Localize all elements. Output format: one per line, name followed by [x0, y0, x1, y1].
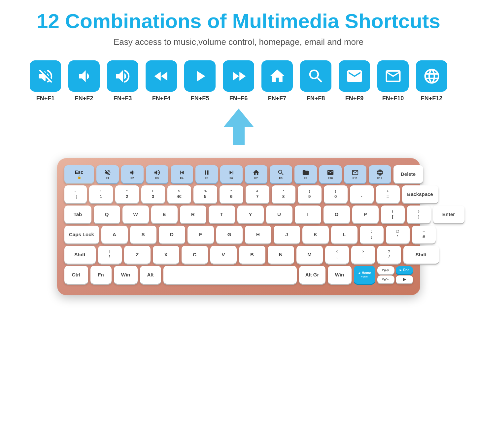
key-end[interactable]: ► End: [396, 266, 413, 274]
key-f12[interactable]: F12: [369, 165, 391, 183]
key-x[interactable]: X: [153, 246, 179, 264]
key-comma[interactable]: < ,: [325, 246, 349, 264]
key-f5[interactable]: F5: [195, 165, 218, 183]
key-f9[interactable]: F9: [294, 165, 317, 183]
shortcut-label-f1: FN+F1: [36, 95, 55, 102]
key-shift-right[interactable]: Shift: [403, 246, 439, 264]
key-pg-up[interactable]: PgUp: [377, 266, 394, 274]
key-d[interactable]: D: [159, 226, 185, 243]
search-icon: [300, 60, 331, 92]
key-7[interactable]: & 7: [246, 185, 269, 203]
key-9[interactable]: ( 9: [298, 185, 322, 203]
key-space[interactable]: [163, 266, 297, 284]
key-f4[interactable]: F4: [171, 165, 193, 183]
key-enter[interactable]: Enter: [433, 206, 464, 223]
internet-icon: [416, 60, 447, 92]
key-n[interactable]: N: [268, 246, 294, 264]
key-shift-left[interactable]: Shift: [64, 246, 96, 264]
key-t[interactable]: T: [209, 206, 235, 223]
key-backspace[interactable]: Backspace: [402, 185, 438, 203]
key-o[interactable]: O: [324, 206, 350, 223]
key-f11[interactable]: F11: [344, 165, 366, 183]
vol-up-icon: [107, 60, 138, 92]
key-z[interactable]: Z: [124, 246, 151, 264]
key-slash[interactable]: ? /: [377, 246, 401, 264]
key-f8[interactable]: F8: [270, 165, 292, 183]
key-y[interactable]: Y: [237, 206, 264, 223]
key-period[interactable]: > .: [351, 246, 375, 264]
key-rbracket[interactable]: } ]: [407, 206, 431, 223]
key-fn[interactable]: Fn: [90, 266, 112, 284]
mail-open-icon: [377, 60, 409, 92]
keyboard-section: Esc 🔒 F1 F2 F3 F4: [0, 155, 477, 308]
key-delete[interactable]: Delete: [393, 165, 423, 183]
key-f[interactable]: F: [187, 226, 214, 243]
key-k[interactable]: K: [302, 226, 329, 243]
key-c[interactable]: C: [182, 246, 208, 264]
key-r[interactable]: R: [180, 206, 206, 223]
key-tab[interactable]: Tab: [64, 206, 91, 223]
key-f6[interactable]: F6: [220, 165, 243, 183]
key-6[interactable]: ^ 6: [220, 185, 243, 203]
shortcut-fn-f2: FN+F2: [68, 60, 100, 102]
key-win-left[interactable]: Win: [114, 266, 138, 284]
rewind-icon: [146, 60, 177, 92]
key-minus[interactable]: _ -: [350, 185, 374, 203]
key-u[interactable]: U: [266, 206, 292, 223]
shortcut-label-f9: FN+F9: [345, 95, 364, 102]
key-win-right[interactable]: Win: [328, 266, 352, 284]
key-ctrl[interactable]: Ctrl: [64, 266, 88, 284]
key-backslash[interactable]: | \: [98, 246, 122, 264]
key-h[interactable]: H: [245, 226, 271, 243]
key-q[interactable]: Q: [94, 206, 120, 223]
key-v[interactable]: V: [210, 246, 237, 264]
key-0[interactable]: ) 0: [324, 185, 348, 203]
key-quote[interactable]: @ ': [386, 226, 410, 243]
shortcut-fn-f10: FN+F10: [377, 60, 409, 102]
key-home[interactable]: ◄ Home PgDn: [354, 266, 375, 284]
key-esc[interactable]: Esc 🔒: [64, 165, 94, 183]
key-m[interactable]: M: [296, 246, 323, 264]
shortcut-label-f12: FN+F12: [421, 95, 443, 102]
page-title: 12 Combinations of Multimedia Shortcuts: [20, 10, 457, 32]
fast-forward-icon: [223, 60, 254, 92]
key-a[interactable]: A: [101, 226, 128, 243]
key-alt[interactable]: Alt: [140, 266, 161, 284]
key-f1[interactable]: F1: [96, 165, 119, 183]
key-l[interactable]: L: [331, 226, 358, 243]
key-e[interactable]: E: [151, 206, 178, 223]
key-4[interactable]: $ 4€: [167, 185, 191, 203]
shortcut-fn-f7: FN+F7: [261, 60, 293, 102]
key-backtick[interactable]: ¬ ` ¦: [64, 185, 87, 203]
shortcut-fn-f1: FN+F1: [30, 60, 61, 102]
shortcut-fn-f8: FN+F8: [300, 60, 331, 102]
key-8[interactable]: * 8: [272, 185, 295, 203]
key-3[interactable]: £ 3: [141, 185, 165, 203]
key-alt-gr[interactable]: Alt Gr: [299, 266, 325, 284]
key-f10[interactable]: F10: [319, 165, 342, 183]
key-pg-dn[interactable]: PgDn: [377, 275, 394, 283]
key-arrow-right[interactable]: ▶: [396, 275, 413, 283]
key-i[interactable]: I: [295, 206, 321, 223]
key-b[interactable]: B: [239, 246, 265, 264]
shortcut-label-f10: FN+F10: [382, 95, 404, 102]
key-2[interactable]: " 2: [115, 185, 139, 203]
key-1[interactable]: ! 1: [89, 185, 113, 203]
key-5[interactable]: % 5: [193, 185, 217, 203]
key-hash[interactable]: ~ #: [412, 226, 436, 243]
key-f7[interactable]: F7: [245, 165, 267, 183]
key-j[interactable]: J: [274, 226, 300, 243]
key-p[interactable]: P: [352, 206, 379, 223]
svg-marker-0: [224, 109, 254, 145]
key-semicolon[interactable]: : ;: [360, 226, 384, 243]
key-f3[interactable]: F3: [146, 165, 168, 183]
key-w[interactable]: W: [122, 206, 149, 223]
play-icon: [184, 60, 216, 92]
key-f2[interactable]: F2: [121, 165, 144, 183]
key-caps-lock[interactable]: Caps Lock: [64, 226, 99, 243]
shortcuts-row: FN+F1 FN+F2 FN+F3 FN+F4 FN+F5 FN+F6: [0, 50, 477, 105]
key-g[interactable]: G: [216, 226, 243, 243]
key-s[interactable]: S: [130, 226, 156, 243]
key-equals[interactable]: + =: [376, 185, 400, 203]
key-lbracket[interactable]: { [: [381, 206, 405, 223]
